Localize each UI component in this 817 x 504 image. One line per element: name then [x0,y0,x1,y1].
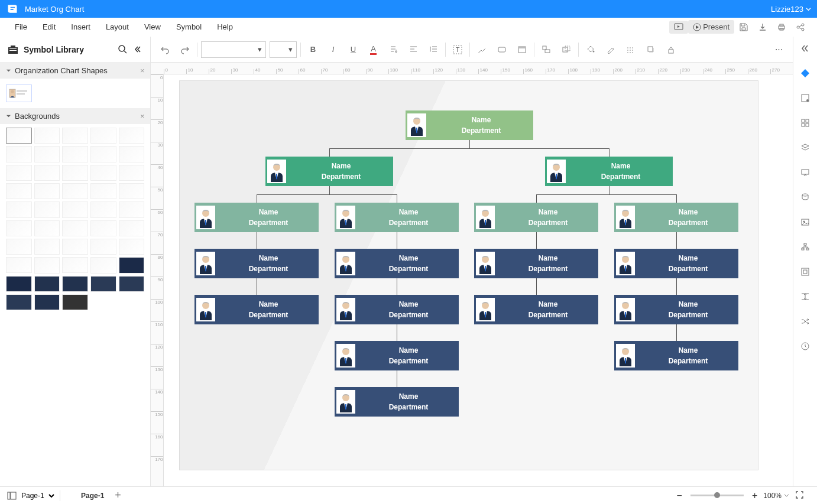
org-node[interactable]: NameDepartment [335,295,459,324]
shadow-button[interactable] [643,41,659,58]
background-thumb[interactable] [6,294,32,310]
background-thumb[interactable] [62,146,88,162]
print-button[interactable] [772,20,791,34]
more-button[interactable]: ⋯ [770,41,787,58]
menu-edit[interactable]: Edit [35,19,63,34]
background-thumb[interactable] [119,128,145,144]
present-button[interactable]: Present [688,20,734,34]
line-color-button[interactable] [602,41,619,58]
background-thumb[interactable] [62,165,88,181]
org-node[interactable]: NameDepartment [406,110,533,140]
org-node[interactable]: NameDepartment [614,341,738,370]
background-thumb[interactable] [90,257,116,273]
font-family-select[interactable]: ▾ [201,41,266,58]
org-shape-thumb[interactable] [6,84,32,102]
background-thumb[interactable] [34,146,60,162]
lock-button[interactable] [663,41,679,58]
zoom-out-button[interactable]: − [673,490,686,501]
align-button[interactable] [538,41,555,58]
background-thumb[interactable] [90,220,116,236]
background-thumb[interactable] [34,257,60,273]
chevron-down-icon[interactable] [784,493,789,498]
italic-button[interactable]: I [325,41,341,58]
backgrounds-panel-header[interactable]: Backgrounds × [0,108,150,124]
background-thumb[interactable] [119,201,145,217]
grid-panel-icon[interactable] [797,115,813,131]
zoom-level[interactable]: 100% [761,492,784,500]
org-node[interactable]: NameDepartment [265,157,393,186]
canvas-scroll[interactable]: NameDepartmentNameDepartmentNameDepartme… [164,74,793,486]
background-thumb[interactable] [6,128,32,144]
background-thumb[interactable] [62,183,88,199]
background-thumb[interactable] [90,183,116,199]
add-page-button[interactable]: + [110,489,126,502]
background-thumb[interactable] [34,294,60,310]
download-button[interactable] [753,20,772,34]
org-node[interactable]: NameDepartment [614,203,738,232]
org-node[interactable]: NameDepartment [194,203,319,232]
org-node[interactable]: NameDepartment [335,341,459,370]
background-thumb[interactable] [90,146,116,162]
background-thumb[interactable] [62,294,88,310]
background-thumb[interactable] [90,128,116,144]
background-thumb[interactable] [6,276,32,292]
page-select[interactable]: Page-1 [17,490,56,502]
org-node[interactable]: NameDepartment [474,249,598,278]
collapse-left-icon[interactable] [133,45,142,54]
background-thumb[interactable] [62,239,88,255]
text-tool-button[interactable]: T [449,41,466,58]
background-thumb[interactable] [34,220,60,236]
menu-symbol[interactable]: Symbol [168,19,209,34]
background-thumb[interactable] [6,146,32,162]
background-thumb[interactable] [119,146,145,162]
underline-button[interactable]: U [345,41,361,58]
style-panel-icon[interactable] [797,90,813,106]
background-thumb[interactable] [119,276,145,292]
org-node[interactable]: NameDepartment [335,387,459,417]
background-thumb[interactable] [62,276,88,292]
fullscreen-button[interactable] [789,490,810,501]
undo-button[interactable] [157,41,173,58]
redo-button[interactable] [177,41,193,58]
menu-insert[interactable]: Insert [63,19,98,34]
share-button[interactable] [791,20,810,34]
org-node[interactable]: NameDepartment [474,295,598,324]
shuffle-panel-icon[interactable] [797,313,813,330]
background-thumb[interactable] [34,165,60,181]
background-thumb[interactable] [90,165,116,181]
zoom-slider[interactable] [690,495,744,496]
background-thumb[interactable] [119,239,145,255]
background-thumb[interactable] [119,183,145,199]
align-text-button[interactable] [405,41,422,58]
collapse-right-icon[interactable] [797,40,813,57]
fill-button[interactable] [582,41,599,58]
line-style-button[interactable] [623,41,639,58]
rounded-rect-button[interactable] [494,41,510,58]
font-color-button[interactable]: A [365,41,381,58]
image-panel-icon[interactable] [797,214,813,230]
zoom-in-button[interactable]: + [748,490,761,501]
background-thumb[interactable] [6,165,32,181]
presentation-panel-icon[interactable] [797,164,813,181]
text-direction-button[interactable] [385,41,401,58]
org-node[interactable]: NameDepartment [474,203,598,232]
page-tab[interactable]: Page-1 [75,492,110,500]
container-button[interactable] [514,41,530,58]
save-button[interactable] [734,20,753,34]
background-thumb[interactable] [90,201,116,217]
menu-help[interactable]: Help [209,19,241,34]
background-thumb[interactable] [34,276,60,292]
background-thumb[interactable] [34,201,60,217]
orgchart-panel-icon[interactable] [797,239,813,255]
org-node[interactable]: NameDepartment [614,249,738,278]
font-size-select[interactable]: ▾ [270,41,297,58]
menu-view[interactable]: View [137,19,168,34]
page[interactable]: NameDepartmentNameDepartmentNameDepartme… [179,80,758,470]
org-node[interactable]: NameDepartment [335,203,459,232]
menu-file[interactable]: File [7,19,35,34]
theme-panel-icon[interactable] [797,65,813,82]
spacing-panel-icon[interactable] [797,288,813,305]
background-thumb[interactable] [62,257,88,273]
close-icon[interactable]: × [140,66,145,75]
org-node[interactable]: NameDepartment [194,249,319,278]
